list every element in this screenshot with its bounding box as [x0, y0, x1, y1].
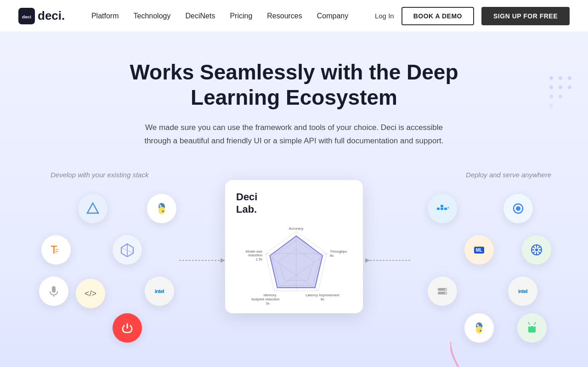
arrow-right [365, 256, 411, 265]
deci-lab-card: Deci Lab. Accuracy Throughput 8x [225, 180, 363, 313]
deploy-icon-server [428, 277, 457, 306]
svg-point-8 [549, 95, 553, 98]
svg-line-58 [533, 246, 535, 248]
decorative-dots [547, 73, 574, 112]
arrow-left [179, 256, 225, 265]
svg-line-74 [534, 322, 536, 324]
deploy-icon-gcp [503, 194, 533, 223]
framework-icon-intel-left: intel [145, 277, 174, 306]
ecosystem-label-right: Deploy and serve anywhere [466, 171, 551, 179]
framework-icon-code: </> [76, 279, 105, 308]
svg-point-67 [476, 326, 482, 333]
card-title: Deci Lab. [236, 191, 257, 215]
svg-line-60 [538, 246, 540, 248]
svg-point-65 [445, 293, 447, 294]
svg-point-68 [477, 324, 479, 326]
nav-decinets[interactable]: DeciNets [185, 12, 215, 20]
deploy-icon-docker [428, 194, 457, 223]
svg-point-4 [568, 76, 571, 80]
svg-line-61 [533, 252, 535, 254]
svg-point-13 [158, 207, 165, 214]
deploy-icon-android [517, 313, 547, 343]
hero-title: Works Seamlessly with the Deep Learning … [87, 60, 501, 110]
nav-technology[interactable]: Technology [134, 12, 171, 20]
deploy-icon-kubernetes [522, 235, 551, 265]
svg-text:1.5x: 1.5x [256, 257, 263, 261]
nav-company[interactable]: Company [317, 12, 348, 20]
nav-resources[interactable]: Resources [267, 12, 302, 20]
hero-section: Works Seamlessly with the Deep Learning … [0, 32, 588, 162]
svg-marker-11 [87, 203, 98, 213]
deploy-icon-python [464, 313, 494, 343]
svg-text:F: F [55, 248, 59, 255]
svg-rect-21 [52, 286, 56, 293]
deploy-icon-intel: intel [508, 277, 537, 306]
framework-icon-arkit [78, 194, 107, 223]
nav-links: Platform Technology DeciNets Pricing Res… [91, 12, 348, 20]
framework-icon-mic [39, 277, 68, 306]
svg-line-73 [528, 322, 530, 324]
svg-rect-49 [441, 205, 443, 207]
svg-rect-46 [437, 208, 440, 210]
svg-text:deci: deci [22, 14, 31, 19]
svg-point-6 [559, 85, 562, 89]
book-demo-button[interactable]: BOOK A DEMO [401, 7, 474, 25]
svg-point-72 [533, 326, 535, 327]
svg-text:8x: 8x [321, 297, 324, 301]
svg-text:Accuracy: Accuracy [289, 226, 304, 231]
svg-point-51 [516, 206, 520, 211]
svg-point-5 [549, 85, 553, 89]
svg-point-2 [549, 76, 553, 80]
nav-actions: Log In BOOK A DEMO SIGN UP FOR FREE [375, 7, 570, 25]
svg-text:Throughput: Throughput [330, 249, 347, 254]
svg-point-64 [445, 289, 447, 290]
logo-icon: deci [18, 8, 35, 24]
ecosystem-section: Develop with your existing stack Deploy … [0, 171, 588, 364]
framework-icon-tensorflow: T F [41, 235, 71, 265]
login-button[interactable]: Log In [375, 12, 394, 20]
framework-icon-prisma [113, 235, 142, 265]
svg-text:3x: 3x [266, 301, 270, 305]
svg-marker-26 [365, 258, 370, 263]
svg-point-9 [559, 95, 562, 98]
nav-pricing[interactable]: Pricing [230, 12, 252, 20]
svg-point-69 [480, 330, 481, 332]
logo-text: deci. [38, 9, 65, 23]
svg-text:8x: 8x [330, 254, 334, 258]
svg-point-7 [568, 85, 571, 89]
svg-point-14 [159, 205, 161, 207]
ecosystem-label-left: Develop with your existing stack [51, 171, 148, 179]
svg-rect-70 [528, 326, 536, 333]
svg-marker-34 [270, 236, 323, 288]
framework-icon-power [113, 313, 142, 343]
deploy-icon-mlflow: ML [464, 235, 494, 265]
radar-chart: Accuracy Throughput 8x Latency Improveme… [236, 223, 352, 319]
svg-marker-24 [220, 258, 225, 263]
navigation: deci deci. Platform Technology DeciNets … [0, 0, 588, 32]
svg-rect-47 [441, 208, 443, 210]
signup-nav-button[interactable]: SIGN UP FOR FREE [481, 7, 570, 25]
logo[interactable]: deci deci. [18, 8, 65, 24]
svg-line-59 [538, 252, 540, 254]
svg-rect-48 [444, 208, 447, 210]
hero-description: We made sure you can use the framework a… [133, 121, 455, 148]
svg-point-71 [530, 326, 531, 327]
svg-point-3 [559, 76, 562, 80]
svg-point-10 [549, 104, 553, 107]
svg-point-53 [535, 248, 538, 251]
svg-point-15 [162, 210, 164, 212]
framework-icon-python [147, 194, 176, 223]
nav-platform[interactable]: Platform [91, 12, 119, 20]
